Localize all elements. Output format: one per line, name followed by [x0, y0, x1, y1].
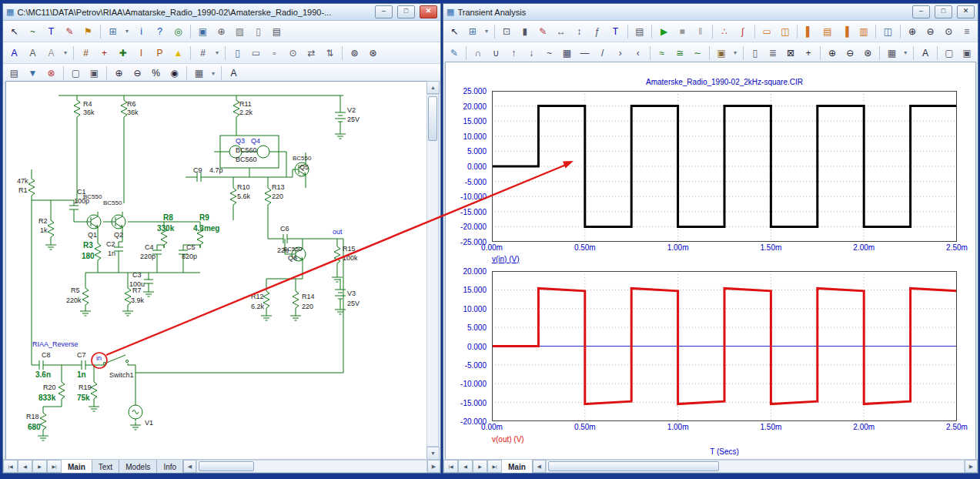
pin-names-icon[interactable]: A	[24, 45, 42, 62]
zoom-window-icon[interactable]: ⊙	[940, 23, 958, 40]
grid-select-dropdown[interactable]: ▾	[209, 65, 218, 82]
low-icon[interactable]: ↓	[523, 45, 540, 62]
copy-icon[interactable]: ▢	[941, 45, 958, 62]
panel-stack-icon[interactable]: ▤	[819, 23, 837, 40]
schematic-horizontal-scrollbar[interactable]: ◀ ▶	[183, 460, 440, 473]
document-icon[interactable]: ▯	[747, 45, 764, 62]
camera-icon[interactable]: ◉	[166, 65, 183, 82]
next-page-button[interactable]: ▶	[32, 460, 47, 473]
minimize-button[interactable]: –	[375, 5, 393, 18]
zoom-in-icon[interactable]: ⊕	[824, 45, 841, 62]
close-circle-icon[interactable]: ⊗	[42, 65, 60, 82]
clipboard-dropdown-icon[interactable]: ▾	[731, 45, 740, 62]
tokens-icon[interactable]: ∫	[734, 23, 751, 40]
find-next-icon[interactable]: ⊛	[364, 45, 382, 62]
paste-icon[interactable]: ▣	[958, 45, 975, 62]
run-icon[interactable]: ▶	[655, 23, 673, 40]
mode-dropdown-icon[interactable]: ▾	[122, 23, 132, 40]
scroll-right-button[interactable]: ▶	[427, 460, 440, 473]
select-icon[interactable]: ↖	[446, 23, 463, 40]
chart1-plot-area[interactable]	[492, 91, 957, 242]
waveform-label-vout[interactable]: v(out) (V)	[492, 435, 524, 444]
close-button[interactable]: ✕	[957, 5, 975, 18]
zoom-fit-icon[interactable]: ⊠	[782, 45, 799, 62]
pin-numbers-icon[interactable]: A	[42, 45, 60, 62]
mirror-icon[interactable]: ⇄	[303, 45, 320, 62]
flag-mode-icon[interactable]: ⚑	[79, 23, 97, 40]
find-component-icon[interactable]: ⊕	[212, 23, 230, 40]
transient-titlebar[interactable]: ▦ Transient Analysis – □ ✕	[443, 4, 978, 21]
component-dropdown-icon[interactable]: ▾	[482, 23, 491, 40]
pin-connections-icon[interactable]: +	[95, 45, 113, 62]
font-icon[interactable]: A	[225, 65, 242, 82]
tab-main[interactable]: Main	[62, 460, 92, 473]
edit-properties-icon[interactable]: ✎	[446, 45, 463, 62]
window-split-icon[interactable]: ◫	[879, 23, 897, 40]
page-icon[interactable]: ▭	[247, 45, 265, 62]
y-axis-panel-icon[interactable]: ◫	[777, 23, 794, 40]
horizontal-tag-icon[interactable]: ↔	[553, 23, 570, 40]
attribute-text-icon[interactable]: A	[5, 45, 23, 62]
graphics-mode-icon[interactable]: ✎	[61, 23, 79, 40]
data-points-icon[interactable]: ∴	[716, 23, 734, 40]
info-mode-icon[interactable]: i	[132, 23, 150, 40]
schematic-canvas[interactable]: R436kR636kR112.2kV225VQ3Q4BC560BC560C94.…	[5, 81, 427, 461]
tab-text[interactable]: Text	[92, 460, 119, 473]
condition-display-icon[interactable]: ▲	[169, 45, 187, 62]
gridlines-icon[interactable]: ▦	[558, 45, 575, 62]
point-tag-icon[interactable]: ✎	[534, 23, 552, 40]
high-icon[interactable]: ↑	[505, 45, 522, 62]
panel-left-icon[interactable]: ▌	[801, 23, 818, 40]
node-voltage-icon[interactable]: ◎	[169, 23, 187, 40]
inflection-icon[interactable]: ~	[540, 45, 557, 62]
tab-models[interactable]: Models	[119, 460, 157, 473]
prev-page-button[interactable]: ◀	[18, 460, 32, 473]
scroll-left-button[interactable]: ◀	[533, 460, 546, 473]
stop-icon[interactable]: ■	[674, 23, 691, 40]
text-mode-icon[interactable]: T	[42, 23, 60, 40]
baseline-icon[interactable]: —	[577, 45, 594, 62]
scale-mode-icon[interactable]: ⊡	[498, 23, 516, 40]
smoothing-icon[interactable]: ∼	[689, 45, 706, 62]
waveform-label-vin[interactable]: v(in) (V)	[492, 255, 520, 263]
valley-icon[interactable]: ∪	[487, 45, 504, 62]
grid-select-icon[interactable]: ▦	[883, 45, 900, 62]
tab-main[interactable]: Main	[502, 460, 533, 473]
power-display-icon[interactable]: P	[151, 45, 169, 62]
region-box-icon[interactable]: ▨	[231, 23, 249, 40]
panel-split-icon[interactable]: ▥	[855, 23, 873, 40]
paste-page-icon[interactable]: ▣	[85, 65, 103, 82]
last-page-button[interactable]: ▶|	[487, 460, 502, 473]
next-page-button[interactable]: ▶	[473, 460, 487, 473]
component-icon[interactable]: ⊞	[464, 23, 482, 40]
zoom-out-icon[interactable]: ⊖	[921, 23, 939, 40]
copy-page-icon[interactable]: ▢	[67, 65, 85, 82]
zoom-cursor-icon[interactable]: +	[800, 45, 817, 62]
align-cursors-icon[interactable]: ≣	[764, 45, 781, 62]
find-icon[interactable]: ⊚	[346, 45, 363, 62]
zoom-out-icon[interactable]: ⊖	[841, 45, 858, 62]
flip-icon[interactable]: ⇅	[321, 45, 339, 62]
text-options-dropdown[interactable]: ▾	[61, 45, 70, 62]
plot-panel[interactable]: Amaterske_Radio_1990-02_2kHz-square.CIR …	[445, 62, 976, 460]
x-axis-panel-icon[interactable]: ▭	[758, 23, 776, 40]
chart2-plot-area[interactable]	[492, 271, 957, 421]
peak-icon[interactable]: ∩	[470, 45, 487, 62]
grid-display-icon[interactable]: #	[194, 45, 212, 62]
scroll-left-button[interactable]: ◀	[183, 460, 196, 473]
zoom-out-icon[interactable]: ⊖	[129, 65, 146, 82]
node-numbers-icon[interactable]: #	[77, 45, 95, 62]
zoom-auto-icon[interactable]: ⊛	[859, 45, 876, 62]
cross-hair-icon[interactable]: ✚	[114, 45, 132, 62]
print-preview-icon[interactable]: ▤	[268, 23, 286, 40]
first-page-button[interactable]: |◀	[443, 460, 458, 473]
zoom-in-icon[interactable]: ⊕	[904, 23, 921, 40]
picture-icon[interactable]: ▣	[194, 23, 212, 40]
zoom-in-icon[interactable]: ⊕	[110, 65, 128, 82]
waveform-stack-icon[interactable]: ≅	[671, 45, 688, 62]
cursor-mode-icon[interactable]: ▮	[516, 23, 533, 40]
grid-dropdown-icon[interactable]: ▾	[212, 45, 222, 62]
box-tool-icon[interactable]: ▫	[266, 45, 283, 62]
scroll-up-button[interactable]: ▲	[426, 81, 440, 94]
close-button[interactable]: ✕	[420, 5, 437, 18]
